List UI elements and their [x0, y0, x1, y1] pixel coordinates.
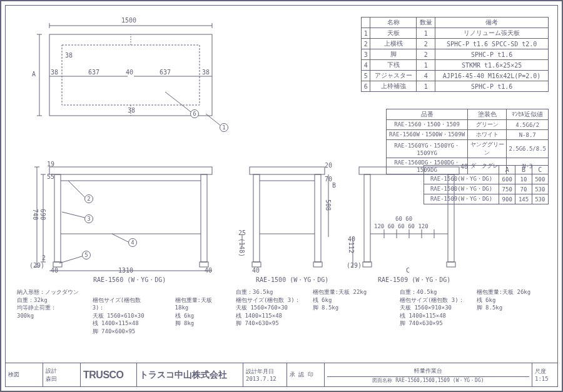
bom-row: 6上枠補強1SPHC-P t1.6 — [362, 81, 549, 92]
svg-rect-44 — [364, 174, 370, 262]
balloon-3: 3 — [84, 214, 93, 223]
model-label-1560: RAE-1560 (W・YG・DG) — [93, 276, 166, 284]
dim-25: 25 — [238, 229, 246, 236]
dim-38v: 38 — [65, 52, 73, 59]
dim-e40b: 40 — [348, 236, 355, 243]
logo-cell: TRUSCO — [81, 363, 137, 386]
side-view: 20 70 B 508 25 (148) 40 RAE-1500 (W・YG・D… — [237, 156, 337, 276]
dim-c: C — [406, 267, 410, 274]
scale-cell: 尺度1:15 — [532, 363, 557, 386]
balloon-2: 2 — [84, 194, 93, 203]
dim-20: 20 — [325, 162, 332, 169]
bom-head-qty: 数量 — [417, 18, 435, 28]
svg-rect-53 — [447, 262, 455, 267]
spec-1500: 自重：36.5kg 梱包サイズ(梱包数 3)： 天板 1560×760×30 桟… — [236, 288, 398, 328]
checked-cell: 検図 — [6, 363, 43, 386]
svg-rect-35 — [253, 174, 260, 262]
top-view: 1500 38 637 40 637 38 38 38 A 6 1 — [31, 17, 231, 137]
dim-112: 112 — [348, 242, 355, 253]
drawing-sheet: 名称数量備考 1天板1リノリューム張天板 2上横桟2SPHC-P t1.6 SP… — [0, 0, 563, 392]
bom-row: 2上横桟2SPHC-P t1.6 SPCC-SD t2.0 — [362, 39, 549, 49]
svg-line-33 — [59, 256, 84, 263]
svg-rect-18 — [201, 174, 207, 262]
dim-1500: 1500 — [121, 17, 136, 24]
drawing-name-cell: 軽量作業台 図面名称 RAE-1560,1500,1509 (W・YG・DG) — [325, 363, 532, 386]
dim-637b: 637 — [160, 69, 171, 76]
bom-row: 1天板1リノリューム張天板 — [362, 28, 549, 39]
end-view: 40 60 60 120 60 60 60 120 112 (29) 40 C … — [347, 156, 472, 276]
dim-38v2: 38 — [128, 107, 135, 114]
model-label-1500: RAE-1500 (W・YG・DG) — [256, 276, 328, 284]
svg-line-15 — [206, 114, 221, 126]
dim-19: 19 — [47, 161, 54, 168]
svg-rect-36 — [315, 174, 321, 262]
svg-rect-40 — [313, 262, 322, 267]
svg-rect-22 — [200, 262, 208, 267]
drawn-cell: 設計森田 — [43, 363, 81, 386]
dim-740: 740 — [32, 209, 39, 220]
bom-row: 4下桟1STKMR t1.6×25×25 — [362, 60, 549, 71]
drawing-frame: 名称数量備考 1天板1リノリューム張天板 2上横桟2SPHC-P t1.6 SP… — [5, 5, 558, 387]
balloon-6: 6 — [190, 109, 199, 118]
dim-b: B — [332, 182, 336, 189]
date-cell: 設計年月日2013.7.12 — [243, 363, 287, 386]
svg-rect-43 — [359, 167, 459, 174]
title-block: 検図 設計森田 TRUSCO トラスコ中山株式会社 設計年月日2013.7.12… — [6, 363, 557, 386]
dim-637: 637 — [88, 69, 99, 76]
dim-e40: 40 — [460, 163, 468, 170]
dim-edims: 120 60 60 60 120 — [374, 223, 429, 229]
dim-s40: 40 — [252, 267, 260, 274]
dim-55: 55 — [47, 173, 54, 180]
dim-38: 38 — [51, 69, 58, 76]
dim-29: (29) — [29, 262, 44, 269]
color-row: RAE-1560W・1500W・1509WホワイトN-8.7 — [387, 130, 549, 140]
svg-rect-45 — [448, 174, 454, 262]
front-view: 19 55 2 740 690 (29) 40 1310 40 2 3 4 5 … — [24, 156, 231, 276]
approval-cell: 承 認 印 — [287, 363, 325, 386]
dim-e29: (29) — [347, 262, 362, 269]
dim-a: A — [32, 71, 36, 78]
svg-rect-52 — [363, 262, 372, 267]
svg-rect-39 — [252, 262, 261, 267]
balloon-1: 1 — [220, 123, 228, 132]
bom-row: 5アジャスター4AJP16-45-40 M16x42L(P=2.0) — [362, 71, 549, 81]
dim-690: 690 — [39, 209, 46, 220]
model-label-1509: RAE-1509 (W・YG・DG) — [378, 276, 450, 284]
balloon-5: 5 — [82, 251, 91, 259]
svg-line-31 — [62, 212, 87, 218]
dim-e60: 60 60 — [395, 216, 412, 222]
bom-head-rmk: 備考 — [435, 18, 549, 28]
bom-row: 3脚2SPHC-P t1.6 — [362, 49, 549, 60]
balloon-4: 4 — [128, 238, 137, 247]
svg-rect-17 — [54, 174, 61, 262]
bom-head-no — [362, 18, 370, 28]
dim-2: 2 — [42, 254, 46, 261]
company-cell: トラスコ中山株式会社 — [137, 363, 243, 386]
bom-head-name: 名称 — [370, 18, 417, 28]
color-row: RAE-1560・1500・1509グリーン4.5G6/2 — [387, 120, 549, 130]
spec-1560: 納入形態：ノックダウン 自重：32kg 均等静止荷重：300kg 梱包サイズ(梱… — [17, 288, 223, 336]
dim-148: (148) — [238, 238, 245, 257]
svg-line-14 — [165, 92, 193, 114]
dim-38b: 38 — [202, 69, 210, 76]
svg-rect-34 — [250, 167, 325, 174]
dim-1310: 1310 — [118, 267, 133, 274]
spec-1509: 自重：40.5kg 梱包サイズ(梱包数 3)： 天板 1560×910×30 桟… — [400, 288, 556, 328]
dim-508: 508 — [325, 199, 332, 211]
dim-40l: 40 — [51, 267, 58, 274]
svg-rect-16 — [49, 167, 212, 174]
dim-70: 70 — [325, 176, 332, 183]
bom-table: 名称数量備考 1天板1リノリューム張天板 2上横桟2SPHC-P t1.6 SP… — [361, 17, 549, 92]
dim-40: 40 — [126, 69, 133, 76]
trusco-logo: TRUSCO — [83, 369, 134, 381]
dim-40r: 40 — [205, 267, 212, 274]
